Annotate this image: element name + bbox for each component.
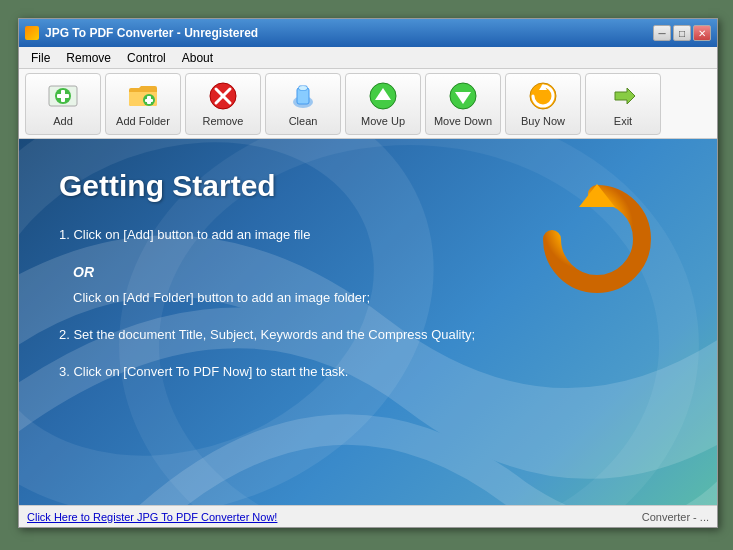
clean-button[interactable]: Clean xyxy=(265,73,341,135)
toolbar: Add Add Folder xyxy=(19,69,717,139)
maximize-button[interactable]: □ xyxy=(673,25,691,41)
add-label: Add xyxy=(53,115,73,127)
status-right-text: Converter - ... xyxy=(642,511,709,523)
svg-rect-3 xyxy=(57,94,69,98)
svg-marker-20 xyxy=(615,88,635,104)
status-bar: Click Here to Register JPG To PDF Conver… xyxy=(19,505,717,527)
remove-button[interactable]: Remove xyxy=(185,73,261,135)
add-folder-icon xyxy=(127,80,159,112)
main-window: JPG To PDF Converter - Unregistered ─ □ … xyxy=(18,18,718,528)
move-down-label: Move Down xyxy=(434,115,492,127)
remove-label: Remove xyxy=(203,115,244,127)
title-bar: JPG To PDF Converter - Unregistered ─ □ … xyxy=(19,19,717,47)
register-link[interactable]: Click Here to Register JPG To PDF Conver… xyxy=(27,511,277,523)
step-3: 3. Click on [Convert To PDF Now] to star… xyxy=(59,360,677,383)
getting-started-panel: Getting Started 1. xyxy=(19,139,717,505)
move-up-icon xyxy=(367,80,399,112)
menu-about[interactable]: About xyxy=(174,49,221,67)
clean-label: Clean xyxy=(289,115,318,127)
move-up-button[interactable]: Move Up xyxy=(345,73,421,135)
move-down-button[interactable]: Move Down xyxy=(425,73,501,135)
window-title: JPG To PDF Converter - Unregistered xyxy=(45,26,258,40)
add-button[interactable]: Add xyxy=(25,73,101,135)
minimize-button[interactable]: ─ xyxy=(653,25,671,41)
buy-now-label: Buy Now xyxy=(521,115,565,127)
buy-now-button[interactable]: Buy Now xyxy=(505,73,581,135)
exit-button[interactable]: Exit xyxy=(585,73,661,135)
add-folder-label: Add Folder xyxy=(116,115,170,127)
menu-remove[interactable]: Remove xyxy=(58,49,119,67)
app-icon xyxy=(25,26,39,40)
remove-icon xyxy=(207,80,239,112)
step-2: 2. Set the document Title, Subject, Keyw… xyxy=(59,323,677,346)
window-controls: ─ □ ✕ xyxy=(653,25,711,41)
content-area: Getting Started 1. xyxy=(19,139,717,505)
move-up-label: Move Up xyxy=(361,115,405,127)
step-or: OR Click on [Add Folder] button to add a… xyxy=(59,260,677,309)
menu-bar: File Remove Control About xyxy=(19,47,717,69)
exit-icon xyxy=(607,80,639,112)
menu-file[interactable]: File xyxy=(23,49,58,67)
exit-label: Exit xyxy=(614,115,632,127)
svg-rect-6 xyxy=(145,99,153,102)
buy-now-icon xyxy=(527,80,559,112)
clean-icon xyxy=(287,80,319,112)
move-down-icon xyxy=(447,80,479,112)
add-folder-button[interactable]: Add Folder xyxy=(105,73,181,135)
svg-point-13 xyxy=(299,86,307,90)
add-icon xyxy=(47,80,79,112)
getting-started-steps: 1. Click on [Add] button to add an image… xyxy=(59,223,677,384)
step-1: 1. Click on [Add] button to add an image… xyxy=(59,223,677,246)
close-button[interactable]: ✕ xyxy=(693,25,711,41)
menu-control[interactable]: Control xyxy=(119,49,174,67)
